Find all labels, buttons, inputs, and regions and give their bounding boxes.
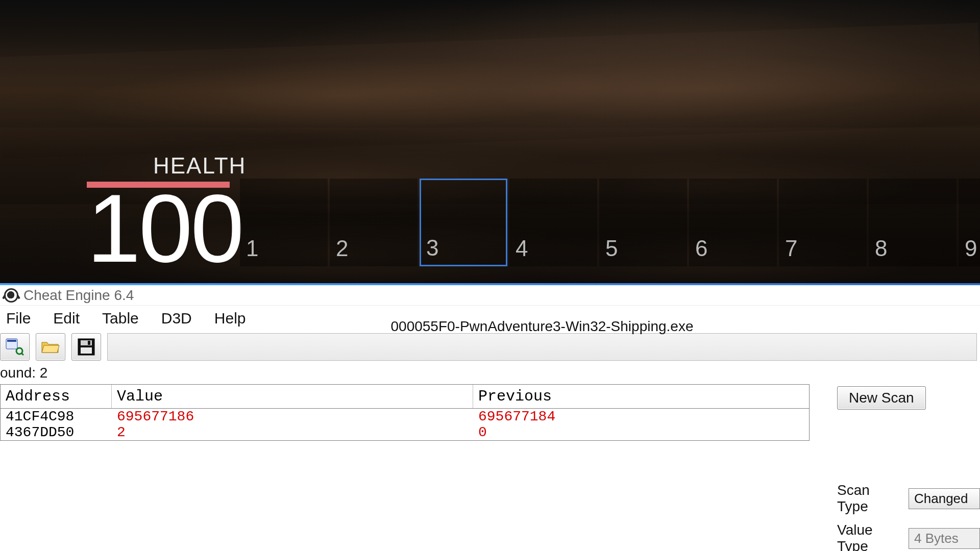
save-button[interactable] xyxy=(71,333,101,361)
svg-line-3 xyxy=(21,353,23,355)
game-viewport: HEALTH 100 123456789 xyxy=(0,0,980,283)
process-icon xyxy=(6,338,24,356)
hotbar-slot-number: 3 xyxy=(426,235,438,261)
col-address[interactable]: Address xyxy=(1,385,112,408)
cell-value: 2 xyxy=(112,424,473,440)
floppy-disk-icon xyxy=(78,338,95,356)
table-row[interactable]: 4367DD5020 xyxy=(1,424,809,440)
scan-type-row: Scan Type Changed xyxy=(837,482,980,515)
table-header: Address Value Previous xyxy=(1,385,809,409)
cell-value: 695677186 xyxy=(112,409,473,424)
toolbar: 000055F0-PwnAdventure3-Win32-Shipping.ex… xyxy=(0,333,980,364)
hud-health-value: 100 xyxy=(87,185,246,272)
svg-rect-1 xyxy=(7,340,16,342)
cheat-engine-logo-icon xyxy=(4,288,18,303)
hotbar-slot-9[interactable]: 9 xyxy=(959,179,980,266)
scan-type-select[interactable]: Changed xyxy=(909,488,980,509)
hotbar: 123456789 xyxy=(240,179,980,266)
new-scan-button[interactable]: New Scan xyxy=(837,386,926,410)
hotbar-slot-number: 2 xyxy=(336,236,348,261)
found-count: ound: 2 xyxy=(0,364,980,384)
open-button[interactable] xyxy=(36,333,65,361)
menu-table[interactable]: Table xyxy=(98,309,143,328)
hotbar-slot-number: 8 xyxy=(875,236,887,261)
hotbar-slot-5[interactable]: 5 xyxy=(599,179,687,266)
select-process-button[interactable] xyxy=(0,333,30,361)
menu-edit[interactable]: Edit xyxy=(49,309,84,328)
hotbar-slot-number: 7 xyxy=(785,236,797,261)
hotbar-slot-6[interactable]: 6 xyxy=(689,179,777,266)
attached-process-name: 000055F0-PwnAdventure3-Win32-Shipping.ex… xyxy=(390,318,693,335)
cell-previous: 695677184 xyxy=(473,409,809,424)
hotbar-slot-2[interactable]: 2 xyxy=(330,179,418,266)
scan-results-table[interactable]: Address Value Previous 41CF4C98695677186… xyxy=(0,384,810,441)
cell-address: 41CF4C98 xyxy=(1,409,112,424)
hotbar-slot-number: 9 xyxy=(965,236,977,261)
hotbar-slot-number: 5 xyxy=(605,236,618,261)
scan-type-label: Scan Type xyxy=(837,482,902,515)
titlebar: Cheat Engine 6.4 xyxy=(0,285,980,306)
svg-rect-7 xyxy=(81,347,92,354)
svg-rect-6 xyxy=(88,341,90,345)
value-type-select[interactable]: 4 Bytes xyxy=(909,528,980,549)
hotbar-slot-number: 6 xyxy=(695,236,707,261)
hotbar-slot-number: 1 xyxy=(246,236,258,261)
col-previous[interactable]: Previous xyxy=(473,385,809,408)
window-title: Cheat Engine 6.4 xyxy=(23,287,134,304)
hotbar-slot-4[interactable]: 4 xyxy=(509,179,597,266)
cell-address: 4367DD50 xyxy=(1,424,112,440)
value-type-row: Value Type 4 Bytes xyxy=(837,522,980,551)
process-progress-bar: 000055F0-PwnAdventure3-Win32-Shipping.ex… xyxy=(107,333,977,361)
hotbar-slot-3[interactable]: 3 xyxy=(420,179,507,266)
table-row[interactable]: 41CF4C98695677186695677184 xyxy=(1,409,809,424)
hotbar-slot-7[interactable]: 7 xyxy=(779,179,867,266)
hotbar-slot-8[interactable]: 8 xyxy=(869,179,957,266)
menu-d3d[interactable]: D3D xyxy=(157,309,196,328)
value-type-label: Value Type xyxy=(837,522,902,551)
menu-file[interactable]: File xyxy=(2,309,35,328)
hotbar-slot-number: 4 xyxy=(516,236,528,261)
cell-previous: 0 xyxy=(473,424,809,440)
cheat-engine-window: Cheat Engine 6.4 File Edit Table D3D Hel… xyxy=(0,285,980,551)
hud-health: HEALTH 100 xyxy=(87,153,246,272)
open-folder-icon xyxy=(41,339,60,355)
menu-help[interactable]: Help xyxy=(210,309,250,328)
col-value[interactable]: Value xyxy=(112,385,473,408)
hotbar-slot-1[interactable]: 1 xyxy=(240,179,328,266)
scan-controls: New Scan Scan Type Changed Value Type 4 … xyxy=(837,384,980,551)
